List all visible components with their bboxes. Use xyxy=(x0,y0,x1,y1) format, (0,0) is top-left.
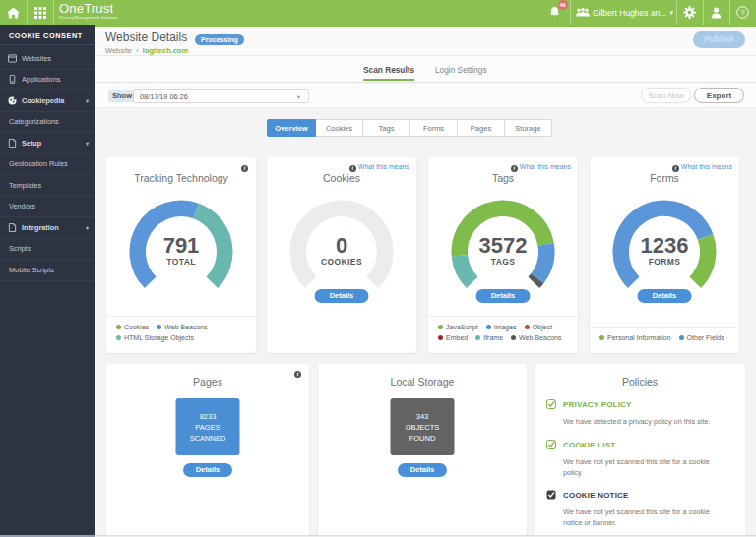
svg-text:?: ? xyxy=(740,8,745,17)
